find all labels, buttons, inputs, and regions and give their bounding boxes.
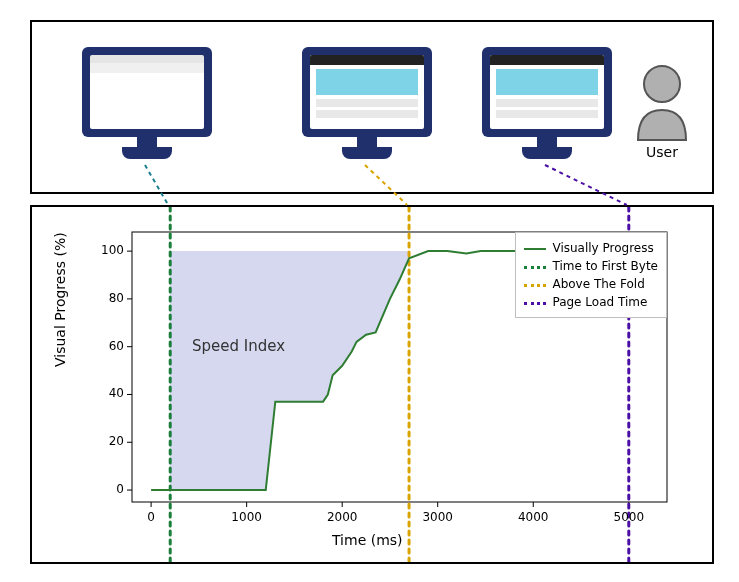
x-tick: 1000: [227, 510, 267, 524]
legend-label: Time to First Byte: [552, 259, 658, 273]
user-icon: [632, 62, 692, 142]
monitor-above-fold: [302, 47, 432, 167]
legend-item: Visually Progress: [524, 239, 658, 257]
speed-index-annotation: Speed Index: [192, 337, 285, 355]
x-tick: 5000: [609, 510, 649, 524]
chart-panel: Visual Progress (%) Time (ms) Speed Inde…: [30, 205, 714, 564]
svg-marker-1: [170, 251, 409, 490]
monitor-page-load: [482, 47, 612, 167]
x-tick: 2000: [322, 510, 362, 524]
y-tick: 40: [94, 386, 124, 400]
svg-point-0: [644, 66, 680, 102]
user-label: User: [627, 144, 697, 160]
chart: Visual Progress (%) Time (ms) Speed Inde…: [32, 207, 712, 562]
chart-legend: Visually Progress Time to First Byte Abo…: [515, 232, 667, 318]
x-tick: 4000: [513, 510, 553, 524]
legend-label: Above The Fold: [552, 277, 644, 291]
legend-item: Above The Fold: [524, 275, 658, 293]
y-tick: 20: [94, 434, 124, 448]
user-figure: User: [627, 62, 697, 160]
monitor-ttfb: [82, 47, 212, 167]
x-tick: 3000: [418, 510, 458, 524]
legend-item: Time to First Byte: [524, 257, 658, 275]
x-tick: 0: [131, 510, 171, 524]
y-tick: 100: [94, 243, 124, 257]
top-panel: User: [30, 20, 714, 194]
legend-item: Page Load Time: [524, 293, 658, 311]
y-tick: 80: [94, 291, 124, 305]
y-axis-label: Visual Progress (%): [52, 232, 68, 367]
legend-label: Page Load Time: [552, 295, 647, 309]
x-axis-label: Time (ms): [332, 532, 403, 548]
legend-label: Visually Progress: [552, 241, 653, 255]
y-tick: 0: [94, 482, 124, 496]
y-tick: 60: [94, 339, 124, 353]
